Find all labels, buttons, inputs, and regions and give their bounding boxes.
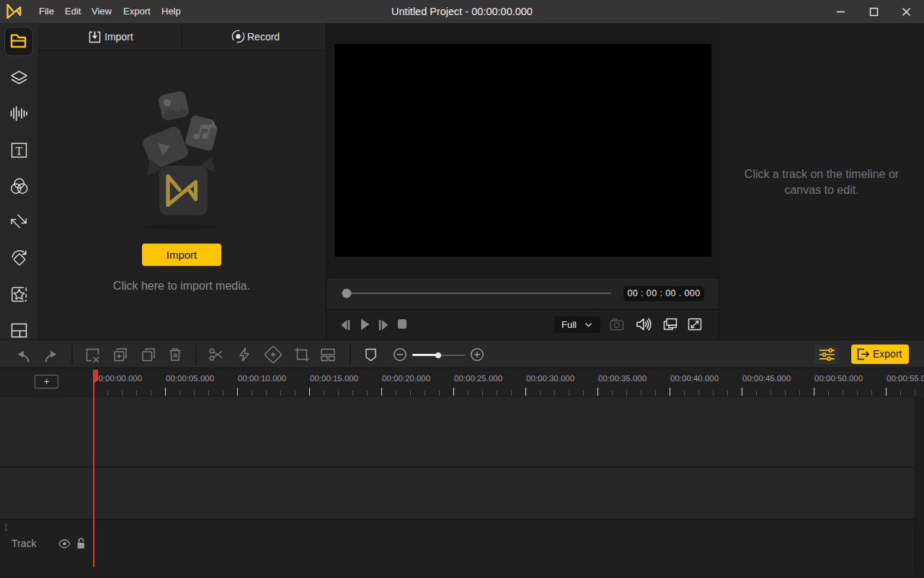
svg-text:T: T bbox=[16, 145, 23, 157]
